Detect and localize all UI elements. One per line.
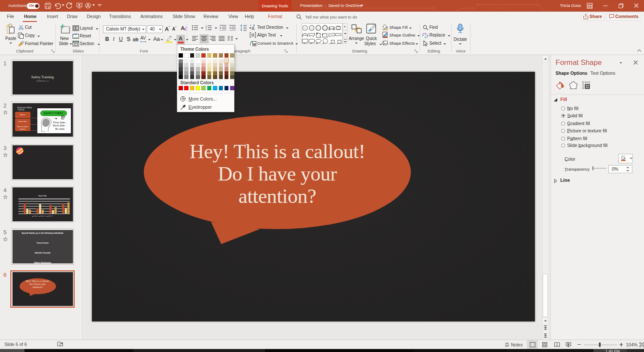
svg-text:16: 16: [311, 27, 313, 29]
svg-text:3: 3: [206, 29, 207, 31]
svg-text:24: 24: [317, 27, 319, 29]
svg-text:b: b: [425, 32, 426, 35]
svg-text:12: 12: [304, 27, 306, 29]
svg-text:32: 32: [324, 27, 326, 29]
svg-text:A: A: [252, 26, 255, 31]
svg-text:c: c: [425, 36, 426, 39]
